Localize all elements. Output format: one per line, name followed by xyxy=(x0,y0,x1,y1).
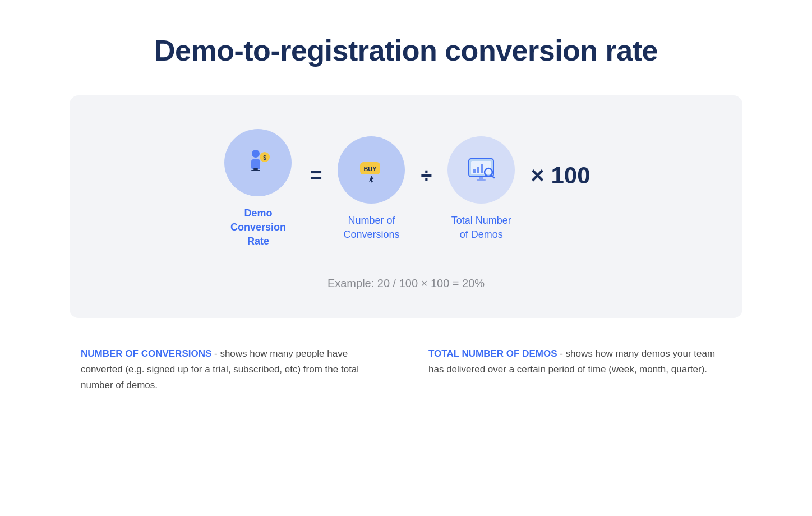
demo-conversion-rate-label: DemoConversion Rate xyxy=(222,206,294,249)
definition-item-conversions: NUMBER OF CONVERSIONS - shows how many p… xyxy=(81,346,384,393)
demo-conversion-rate-icon: $ xyxy=(241,146,275,179)
svg-text:$: $ xyxy=(264,155,267,161)
total-number-of-demos-icon xyxy=(464,153,498,187)
svg-rect-13 xyxy=(481,164,483,173)
definitions-row: NUMBER OF CONVERSIONS - shows how many p… xyxy=(70,346,742,393)
definition-item-demos: TOTAL NUMBER OF DEMOS - shows how many d… xyxy=(428,346,731,393)
formula-item-number-of-conversions: BUY Number ofConversions xyxy=(338,136,405,242)
formula-row: $ DemoConversion Rate = BUY Number ofCon… xyxy=(222,129,590,249)
svg-marker-8 xyxy=(369,176,374,183)
total-number-of-demos-label: Total Numberof Demos xyxy=(451,214,511,242)
number-of-conversions-circle: BUY xyxy=(338,136,405,204)
demo-conversion-rate-circle: $ xyxy=(224,129,292,196)
equals-operator: = xyxy=(310,164,322,187)
example-text: Example: 20 / 100 × 100 = 20% xyxy=(327,277,485,290)
svg-rect-14 xyxy=(479,177,483,179)
total-number-of-demos-circle xyxy=(447,136,515,204)
number-of-conversions-label: Number ofConversions xyxy=(343,214,399,242)
formula-item-demo-conversion-rate: $ DemoConversion Rate xyxy=(222,129,294,249)
definition-term-conversions: NUMBER OF CONVERSIONS xyxy=(81,348,211,359)
definition-term-demos: TOTAL NUMBER OF DEMOS xyxy=(428,348,557,359)
svg-text:BUY: BUY xyxy=(364,165,377,172)
formula-box: $ DemoConversion Rate = BUY Number ofCon… xyxy=(70,95,742,318)
page-title: Demo-to-registration conversion rate xyxy=(154,34,658,67)
svg-rect-12 xyxy=(477,167,479,173)
svg-rect-15 xyxy=(477,179,486,181)
number-of-conversions-icon: BUY xyxy=(354,153,388,187)
svg-rect-1 xyxy=(251,159,260,169)
formula-item-total-number-of-demos: Total Numberof Demos xyxy=(447,136,515,242)
divide-operator: ÷ xyxy=(421,164,432,187)
svg-rect-2 xyxy=(253,168,258,170)
svg-rect-11 xyxy=(473,169,476,173)
svg-rect-3 xyxy=(251,170,260,171)
svg-point-0 xyxy=(252,150,260,158)
multiply-100: × 100 xyxy=(530,162,590,189)
